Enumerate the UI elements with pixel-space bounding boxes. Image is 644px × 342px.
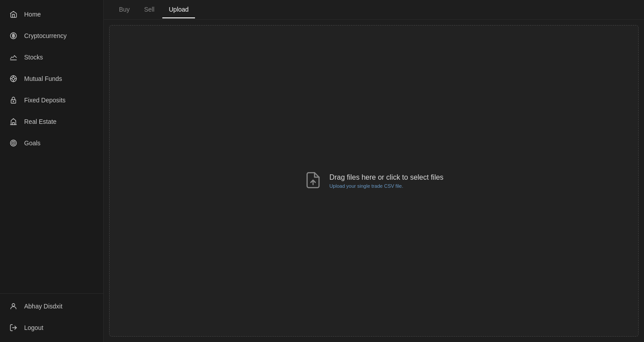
sidebar-item-fixed-deposits[interactable]: Fixed Deposits [0,89,103,111]
sidebar-item-home-label: Home [24,11,41,18]
sidebar-nav: Home Cryptocurrency Stocks Mutual Funds [0,0,103,293]
sidebar-item-real-estate[interactable]: Real Estate [0,111,103,132]
svg-point-3 [12,77,15,80]
sidebar-item-cryptocurrency-label: Cryptocurrency [24,32,67,39]
sidebar-item-real-estate-label: Real Estate [24,118,56,125]
sidebar: Home Cryptocurrency Stocks Mutual Funds [0,0,104,342]
upload-drop-area[interactable]: Drag files here or click to select files… [109,25,639,337]
goals-icon [9,139,18,148]
main-content: Buy Sell Upload Drag files here or click… [104,0,644,342]
sidebar-item-stocks-label: Stocks [24,54,43,61]
upload-file-icon [304,171,322,191]
sidebar-item-logout[interactable]: Logout [0,317,103,338]
upload-text-block: Drag files here or click to select files… [329,173,443,189]
sidebar-item-goals[interactable]: Goals [0,132,103,154]
sidebar-item-profile-label: Abhay Disdxit [24,303,63,310]
sidebar-item-mutual-funds[interactable]: Mutual Funds [0,68,103,89]
sidebar-item-home[interactable]: Home [0,4,103,25]
sidebar-item-goals-label: Goals [24,139,41,147]
tab-upload[interactable]: Upload [162,1,195,18]
sidebar-item-stocks[interactable]: Stocks [0,46,103,68]
profile-icon [9,302,18,311]
tab-buy[interactable]: Buy [113,1,136,18]
upload-sub-text: Upload your single trade CSV file. [329,183,443,189]
fixed-deposits-icon [9,96,18,105]
sidebar-item-fixed-deposits-label: Fixed Deposits [24,97,66,104]
tab-sell[interactable]: Sell [138,1,161,18]
cryptocurrency-icon [9,31,18,40]
svg-point-12 [13,143,14,144]
real-estate-icon [9,117,18,126]
sidebar-item-mutual-funds-label: Mutual Funds [24,75,62,82]
sidebar-item-cryptocurrency[interactable]: Cryptocurrency [0,25,103,46]
sidebar-item-profile[interactable]: Abhay Disdxit [0,296,103,317]
logout-icon [9,323,18,332]
sidebar-item-logout-label: Logout [24,324,43,331]
tabs-bar: Buy Sell Upload [104,0,644,20]
upload-main-text: Drag files here or click to select files [329,173,443,182]
svg-point-13 [12,304,15,306]
sidebar-bottom: Abhay Disdxit Logout [0,293,103,342]
svg-point-9 [13,101,14,102]
mutual-funds-icon [9,74,18,83]
stocks-icon [9,53,18,62]
home-icon [9,10,18,19]
upload-content: Drag files here or click to select files… [304,171,443,191]
